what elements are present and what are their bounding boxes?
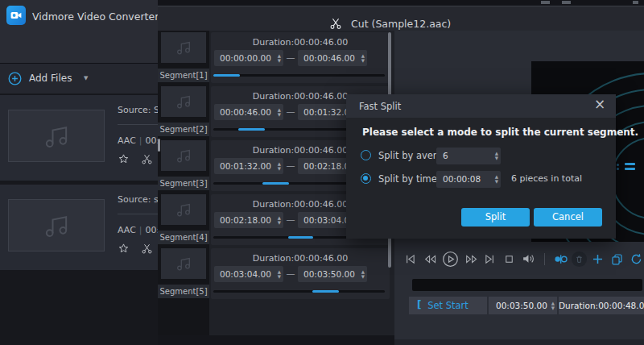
add-files-button[interactable]: Add Files <box>29 73 72 84</box>
range-dash: — <box>283 212 298 228</box>
cut-dialog-header: Cut (Sample12.aac) <box>158 6 644 31</box>
split-option-row: Split by average: 6▲▼ <box>346 148 616 165</box>
time-spinner[interactable]: ▲▼ <box>551 297 555 314</box>
chevron-down-icon[interactable]: ▼ <box>84 75 88 81</box>
split-button[interactable]: Split <box>461 208 530 227</box>
minimize-button-sliver[interactable] <box>541 1 550 4</box>
reset-button[interactable] <box>628 251 644 267</box>
set-start-button[interactable]: [ Set Start <box>409 297 487 314</box>
segment-list-item[interactable]: Segment[4] <box>158 194 209 245</box>
split-option-note: 6 pieces in total <box>511 173 582 184</box>
stop-button[interactable] <box>501 251 517 267</box>
segment-range-slider[interactable] <box>213 74 385 77</box>
segment-detail-card: Duration:00:00:46.00 00:00:00.00▲▼ — 00:… <box>211 32 390 83</box>
split-option-field[interactable]: 6▲▼ <box>436 148 501 164</box>
segment-list[interactable]: Segment[1] Segment[2] Segment[3] Segment… <box>158 31 209 345</box>
cut-scissors-icon[interactable] <box>141 243 153 255</box>
main-window-top-strip <box>158 0 644 6</box>
skip-start-button[interactable] <box>402 251 419 267</box>
segment-range-fill <box>288 236 313 239</box>
segment-duration-label: Duration:00:00:46.00 <box>211 37 390 48</box>
segment-thumbnail[interactable] <box>161 194 206 225</box>
segment-label: Segment[5] <box>158 285 209 298</box>
start-spinner[interactable]: ▲▼ <box>278 212 281 228</box>
delete-button[interactable] <box>572 251 587 267</box>
maximize-button-sliver[interactable] <box>562 1 571 4</box>
close-button-sliver[interactable] <box>633 1 638 4</box>
start-spinner[interactable]: ▲▼ <box>278 50 281 66</box>
audio-thumbnail[interactable] <box>8 110 105 162</box>
current-time-field[interactable]: 00:03:50.00 ▲▼ <box>489 297 557 314</box>
segment-list-item[interactable]: Segment[2] <box>158 86 209 137</box>
cut-dialog-title: Cut (Sample12.aac) <box>351 18 451 30</box>
library-item[interactable]: Source: Sa AAC|00:0 <box>0 95 158 181</box>
split-option-field[interactable]: 00:00:08▲▼ <box>436 171 501 188</box>
volume-button[interactable] <box>520 251 536 267</box>
app-title: Vidmore Video Converter <box>32 10 159 23</box>
copy-button[interactable] <box>609 251 625 267</box>
segment-thumbnail[interactable] <box>161 248 206 279</box>
segment-end-field[interactable]: 00:00:46.00▲▼ <box>298 50 367 66</box>
segment-list-item[interactable]: Segment[1] <box>158 32 209 83</box>
range-dash: — <box>283 266 298 282</box>
segment-range-slider[interactable] <box>213 290 385 293</box>
segment-list-item[interactable]: Segment[5] <box>158 248 209 299</box>
end-spinner[interactable]: ▲▼ <box>361 50 365 66</box>
segment-range-fill <box>238 128 265 131</box>
segment-start-field[interactable]: 00:01:32.00▲▼ <box>214 158 283 174</box>
range-dash: — <box>283 104 298 120</box>
skip-end-button[interactable] <box>482 251 498 267</box>
play-button[interactable] <box>440 251 460 267</box>
add-button[interactable] <box>590 251 606 267</box>
segment-detail-card: Duration:00:00:46.00 00:03:04.00▲▼ — 00:… <box>211 248 390 299</box>
segment-start-field[interactable]: 00:00:00.00▲▼ <box>214 50 283 66</box>
segment-label: Segment[1] <box>158 69 209 82</box>
split-option-row: Split by time: 00:00:08▲▼ 6 pieces in to… <box>346 171 616 189</box>
segment-label: Segment[2] <box>158 123 209 136</box>
close-icon[interactable]: × <box>592 96 608 112</box>
segment-label: Segment[3] <box>158 177 209 190</box>
radio-button[interactable] <box>361 150 371 160</box>
format-info: AAC|00:0 <box>118 225 158 235</box>
segment-start-field[interactable]: 00:03:04.00▲▼ <box>214 266 283 282</box>
segment-thumbnail[interactable] <box>161 140 206 171</box>
option-spinner[interactable]: ▲▼ <box>495 148 498 164</box>
plus-circle-icon <box>8 72 22 85</box>
add-files-row[interactable]: Add Files ▼ <box>0 64 158 94</box>
segment-start-field[interactable]: 00:02:18.00▲▼ <box>214 212 283 228</box>
range-dash: — <box>283 158 298 174</box>
start-spinner[interactable]: ▲▼ <box>278 266 281 282</box>
divider <box>118 124 158 125</box>
end-spinner[interactable]: ▲▼ <box>361 266 365 282</box>
effect-star-icon[interactable] <box>118 153 130 165</box>
segment-thumbnail[interactable] <box>161 32 206 63</box>
segment-label: Segment[4] <box>158 231 209 244</box>
ab-split-button[interactable] <box>553 251 569 267</box>
start-spinner[interactable]: ▲▼ <box>278 104 281 120</box>
segment-thumbnail[interactable] <box>161 86 206 117</box>
cancel-button[interactable]: Cancel <box>534 208 602 227</box>
rewind-button[interactable] <box>422 251 438 267</box>
segment-list-scrollbar[interactable] <box>158 139 160 152</box>
fast-forward-button[interactable] <box>463 251 479 267</box>
segment-duration-label: Duration:00:00:46.00 <box>211 253 390 264</box>
library-item[interactable]: Source: sar AAC|00:0 <box>0 185 158 270</box>
start-spinner[interactable]: ▲▼ <box>278 158 281 174</box>
option-spinner[interactable]: ▲▼ <box>495 171 498 188</box>
format-info: AAC|00:0 <box>118 135 158 146</box>
source-label: Source: sar <box>118 194 158 205</box>
segment-start-field[interactable]: 00:00:46.00▲▼ <box>214 104 283 120</box>
cut-scissors-icon[interactable] <box>141 153 153 165</box>
preview-timeline[interactable] <box>412 279 642 291</box>
total-duration-label: Duration:00:00:48.00 <box>559 297 644 314</box>
segment-list-item[interactable]: Segment[3] <box>158 140 209 191</box>
segment-range-fill <box>312 290 339 293</box>
range-dash: — <box>283 50 298 66</box>
playback-controls <box>402 250 644 268</box>
source-label: Source: Sa <box>118 105 158 115</box>
audio-thumbnail[interactable] <box>8 199 105 251</box>
effect-star-icon[interactable] <box>118 243 130 255</box>
segment-end-field[interactable]: 00:03:50.00▲▼ <box>298 266 367 282</box>
fast-split-dialog-title: Fast Split <box>359 101 401 112</box>
radio-button[interactable] <box>361 173 371 184</box>
